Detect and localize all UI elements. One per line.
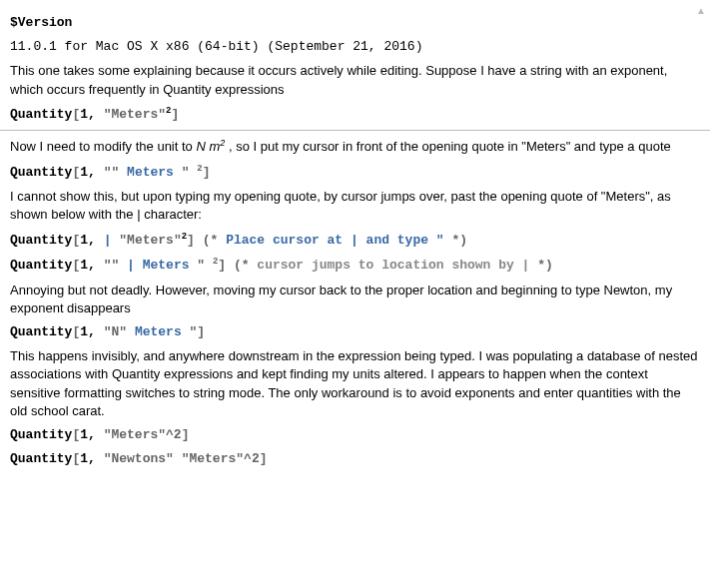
text-paragraph: I cannot show this, but upon typing my o… (10, 188, 700, 224)
quote: " (119, 324, 127, 339)
comment-close: *) (529, 259, 552, 274)
fn: Quantity (10, 324, 72, 339)
bracket-close: ] (218, 259, 226, 274)
text: Now I need to modify the unit to (10, 140, 196, 155)
sep: , (88, 233, 104, 248)
text-paragraph: Now I need to modify the unit to N m2 , … (10, 137, 700, 157)
quotes: "" (104, 165, 120, 180)
divider (0, 130, 710, 131)
input-cell-quantity-6: Quantity[1, "Newtons" "Meters"^2] (10, 450, 700, 468)
arg-number: 1 (80, 165, 88, 180)
input-cell-version: $Version (10, 14, 700, 32)
sep: , (88, 107, 104, 122)
fn: Quantity (10, 259, 72, 274)
scroll-up-icon: ▲ (696, 4, 706, 18)
sep: , (88, 427, 104, 442)
input-cell-quantity-1: Quantity[1, "Meters"2] (10, 105, 700, 125)
quote: " (182, 165, 190, 180)
bracket-close: ] (203, 165, 211, 180)
quote: " (111, 233, 127, 248)
sep: , (88, 451, 104, 466)
arg-number: 1 (80, 107, 88, 122)
quote: " (174, 233, 182, 248)
unit-text: N m (196, 140, 220, 155)
input-cell-quantity-3b: Quantity[1, "" | Meters " 2] (* cursor j… (10, 256, 700, 276)
comment-open: (* (226, 259, 257, 274)
text: , so I put my cursor in front of the ope… (225, 140, 670, 155)
string: "Newtons" "Meters"^2 (104, 451, 260, 466)
comment-open: (* (195, 233, 226, 248)
sp (205, 259, 213, 274)
string: "Meters"^2 (104, 427, 182, 442)
quotes: "" (104, 259, 120, 274)
quote: " (158, 107, 166, 122)
arg-number: 1 (80, 324, 88, 339)
sep: , (88, 165, 104, 180)
bracket-close: ] (197, 324, 205, 339)
sep: , (88, 324, 104, 339)
quote: " (197, 259, 205, 274)
cursor-bar: | (119, 259, 142, 274)
sp (127, 324, 135, 339)
fn: Quantity (10, 107, 72, 122)
fn: Quantity (10, 427, 72, 442)
sep: , (88, 259, 104, 274)
string: Meters (127, 233, 174, 248)
string: Meters (143, 259, 190, 274)
text-paragraph: This happens invisibly, and anywhere dow… (10, 347, 700, 420)
sp (174, 165, 182, 180)
input-cell-quantity-4: Quantity[1, "N" Meters "] (10, 323, 700, 341)
bracket-close: ] (182, 427, 190, 442)
output-cell-version: 11.0.1 for Mac OS X x86 (64-bit) (Septem… (10, 38, 700, 56)
string: Meters (135, 324, 182, 339)
comment-text: Place cursor at (226, 233, 351, 248)
comment-close: *) (451, 233, 467, 248)
arg-number: 1 (80, 259, 88, 274)
bracket-close: ] (260, 451, 268, 466)
text-paragraph: Annoying but not deadly. However, moving… (10, 282, 700, 317)
input-cell-quantity-3a: Quantity[1, | "Meters"2] (* Place cursor… (10, 231, 700, 251)
string: Meters (127, 165, 174, 180)
fn: Quantity (10, 451, 72, 466)
fn: Quantity (10, 165, 72, 180)
bracket-close: ] (187, 233, 195, 248)
arg-number: 1 (80, 427, 88, 442)
comment-bar: | (351, 233, 358, 248)
bracket-close: ] (172, 107, 180, 122)
sp (182, 324, 190, 339)
text-paragraph: This one takes some explaining because i… (10, 62, 700, 98)
sp (119, 165, 127, 180)
arg-number: 1 (80, 233, 88, 248)
comment-text: and type " (358, 233, 452, 248)
input-cell-quantity-2: Quantity[1, "" Meters " 2] (10, 163, 700, 183)
input-cell-quantity-5: Quantity[1, "Meters"^2] (10, 426, 700, 444)
comment-text: cursor jumps to location shown by (257, 259, 521, 274)
fn: Quantity (10, 233, 72, 248)
string: Meters (111, 107, 158, 122)
arg-number: 1 (80, 451, 88, 466)
